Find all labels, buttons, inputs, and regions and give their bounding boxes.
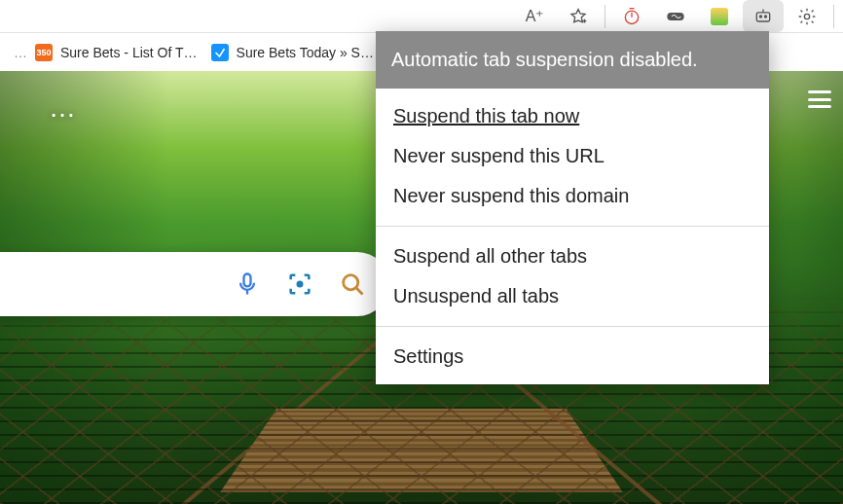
popup-never-suspend-url[interactable]: Never suspend this URL: [376, 136, 769, 176]
bookmark-favicon: 350: [35, 44, 53, 61]
gear-icon: [797, 7, 817, 26]
read-aloud-icon: A⁺: [526, 7, 544, 25]
svg-point-7: [804, 14, 809, 18]
bookmark-favicon: [211, 44, 229, 61]
robot-icon: [753, 7, 773, 26]
infinity-icon: [666, 7, 685, 26]
read-aloud-button[interactable]: A⁺: [514, 0, 555, 32]
page-menu-button[interactable]: [808, 90, 831, 108]
bookmarks-overflow-icon: …: [14, 45, 27, 60]
extension-puzzle-button[interactable]: [699, 0, 740, 32]
svg-rect-3: [667, 13, 683, 20]
extension-loop-button[interactable]: [655, 0, 696, 32]
suspender-popup: Automatic tab suspension disabled. Suspe…: [376, 31, 769, 384]
extension-suspender-button[interactable]: [743, 0, 784, 32]
svg-point-9: [297, 281, 304, 288]
svg-line-11: [356, 288, 362, 294]
puzzle-icon: [711, 8, 728, 25]
mic-icon[interactable]: [234, 270, 261, 298]
extension-timer-button[interactable]: [611, 0, 652, 32]
svg-point-6: [765, 16, 767, 18]
timer-icon: [622, 7, 641, 26]
popup-settings[interactable]: Settings: [376, 337, 769, 377]
svg-rect-4: [756, 12, 769, 20]
star-plus-icon: [568, 7, 588, 26]
browser-toolbar: A⁺: [0, 0, 843, 32]
popup-separator: [376, 326, 769, 327]
bookmark-label: Sure Bets - List Of T…: [60, 45, 198, 60]
toolbar-divider: [833, 5, 834, 28]
page-more-button[interactable]: …: [49, 92, 82, 124]
popup-suspend-this-tab[interactable]: Suspend this tab now: [376, 96, 769, 136]
search-box[interactable]: [0, 252, 389, 316]
search-icon[interactable]: [339, 270, 366, 298]
toolbar-divider: [605, 5, 605, 28]
popup-never-suspend-domain[interactable]: Never suspend this domain: [376, 176, 769, 216]
image-scan-icon[interactable]: [286, 270, 313, 298]
browser-settings-button[interactable]: [787, 0, 827, 32]
popup-unsuspend-all[interactable]: Unsuspend all tabs: [376, 276, 769, 316]
svg-point-10: [344, 275, 358, 290]
bookmark-item[interactable]: Sure Bets Today » S…: [211, 44, 374, 61]
add-favorite-button[interactable]: [558, 0, 599, 32]
popup-separator: [376, 226, 769, 227]
svg-rect-8: [244, 274, 251, 287]
bookmark-item[interactable]: 350 Sure Bets - List Of T…: [35, 44, 198, 61]
bookmark-label: Sure Bets Today » S…: [237, 45, 374, 60]
popup-header: Automatic tab suspension disabled.: [376, 31, 769, 89]
popup-suspend-all-others[interactable]: Suspend all other tabs: [376, 236, 769, 276]
svg-point-5: [760, 16, 762, 18]
